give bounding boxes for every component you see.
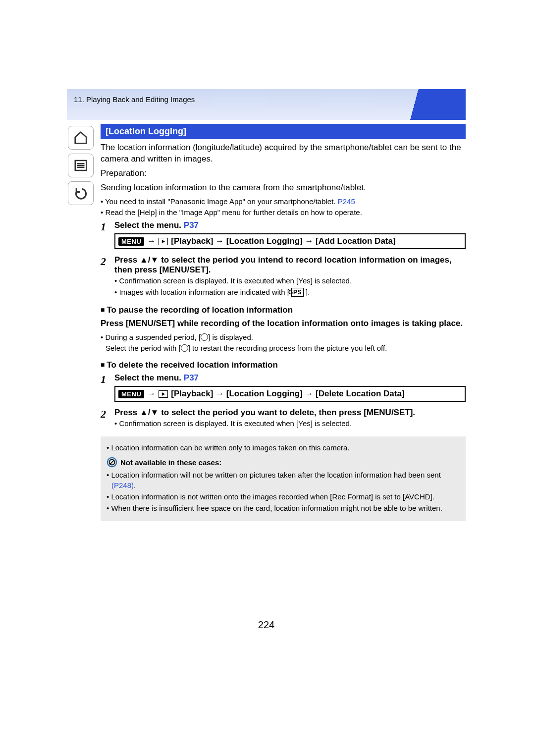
circle-icon bbox=[181, 344, 188, 352]
step-sub: • Images with location information are i… bbox=[114, 287, 466, 297]
content: [Location Logging] The location informat… bbox=[101, 124, 466, 521]
page-link[interactable]: P37 bbox=[184, 220, 199, 230]
page-link[interactable]: (P248) bbox=[111, 481, 134, 489]
prep-label: Preparation: bbox=[101, 168, 466, 179]
step-text: Press ▲/▼ to select the period you inten… bbox=[114, 255, 466, 275]
arrow-icon: → bbox=[147, 236, 156, 246]
note-line: • Location information will not be writt… bbox=[107, 470, 460, 490]
page-link[interactable]: P37 bbox=[184, 373, 199, 382]
chapter-header: 11. Playing Back and Editing Images bbox=[67, 89, 466, 120]
prep-line: Sending location information to the came… bbox=[101, 182, 466, 194]
not-available-heading: Not available in these cases: bbox=[107, 457, 460, 468]
circle-icon bbox=[201, 333, 208, 341]
gps-icon: GPS bbox=[291, 288, 304, 297]
step-number: 2 bbox=[101, 255, 114, 298]
prep-bullet: • Read the [Help] in the "Image App" men… bbox=[101, 208, 466, 217]
step: 2 Press ▲/▼ to select the period you wan… bbox=[101, 408, 466, 430]
svg-marker-5 bbox=[162, 392, 165, 396]
step-sub: • Confirmation screen is displayed. It i… bbox=[114, 276, 466, 286]
svg-line-8 bbox=[109, 460, 114, 465]
subsection-heading: ■To pause the recording of location info… bbox=[101, 305, 466, 315]
menu-badge: MENU bbox=[118, 390, 144, 398]
menu-path-text: [Playback] → [Location Logging] → [Delet… bbox=[171, 389, 404, 399]
step-number: 1 bbox=[101, 220, 114, 252]
menu-badge: MENU bbox=[118, 237, 144, 246]
step: 1 Select the menu. P37 MENU → [Playback]… bbox=[101, 373, 466, 405]
arrow-icon: → bbox=[147, 389, 156, 399]
step-text: Select the menu. bbox=[114, 220, 184, 230]
step-number: 2 bbox=[101, 408, 114, 430]
playback-icon bbox=[159, 238, 168, 245]
notes-box: • Location information can be written on… bbox=[101, 436, 466, 521]
subsection-heading: ■To delete the received location informa… bbox=[101, 360, 466, 370]
prep-bullet: • You need to install "Panasonic Image A… bbox=[101, 197, 466, 207]
menu-path: MENU → [Playback] → [Location Logging] →… bbox=[114, 233, 466, 249]
playback-icon bbox=[159, 390, 168, 398]
not-available-icon bbox=[107, 457, 117, 468]
step-text: Press ▲/▼ to select the period you want … bbox=[114, 408, 466, 418]
chapter-label: 11. Playing Back and Editing Images bbox=[74, 95, 195, 104]
note-line: • When there is insufficient free space … bbox=[107, 503, 460, 513]
step: 2 Press ▲/▼ to select the period you int… bbox=[101, 255, 466, 298]
step: 1 Select the menu. P37 MENU → [Playback]… bbox=[101, 220, 466, 252]
svg-marker-4 bbox=[162, 240, 165, 243]
intro-text: The location information (longitude/lati… bbox=[101, 142, 466, 165]
pause-bullet: Select the period with [] to restart the… bbox=[101, 343, 466, 353]
step-sub: • Confirmation screen is displayed. It i… bbox=[114, 419, 466, 429]
page: 11. Playing Back and Editing Images [Loc… bbox=[67, 89, 466, 521]
menu-path: MENU → [Playback] → [Location Logging] →… bbox=[114, 386, 466, 402]
menu-path-text: [Playback] → [Location Logging] → [Add L… bbox=[171, 236, 395, 246]
note-line: • Location information is not written on… bbox=[107, 491, 460, 502]
pause-bullet: • During a suspended period, [] is displ… bbox=[101, 332, 466, 342]
note-line: • Location information can be written on… bbox=[107, 442, 460, 453]
pause-body: Press [MENU/SET] while recording of the … bbox=[101, 318, 466, 329]
page-link[interactable]: P245 bbox=[338, 197, 355, 206]
section-title: [Location Logging] bbox=[101, 124, 466, 139]
page-number: 224 bbox=[67, 619, 466, 631]
step-number: 1 bbox=[101, 373, 114, 405]
step-text: Select the menu. bbox=[114, 373, 184, 382]
